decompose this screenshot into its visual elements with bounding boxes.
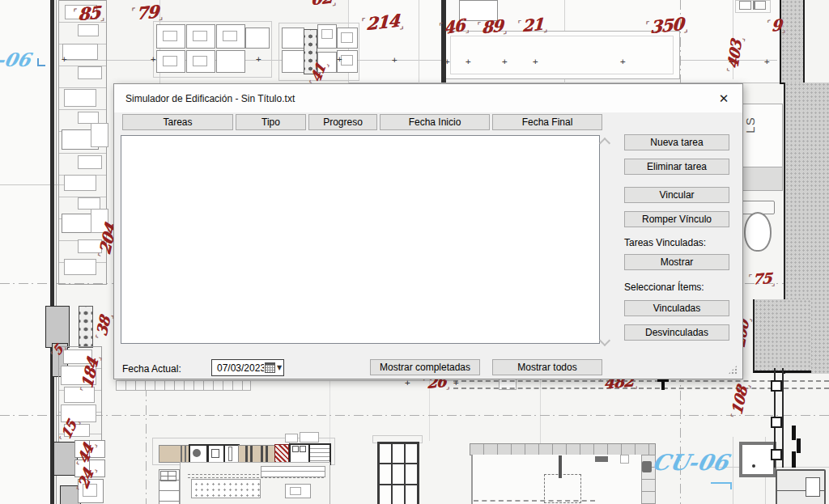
column-header-fecha-final[interactable]: Fecha Final [492,114,602,130]
new-task-button[interactable]: Nueva tarea [624,134,729,150]
link-button[interactable]: Vincular [624,187,729,203]
plan-text-label: CU-06 [650,451,730,473]
select-linked-button[interactable]: Vinculadas [624,300,729,316]
show-completed-button[interactable]: Mostrar completadas [370,359,480,375]
date-picker-icons[interactable]: ▼ [265,362,283,373]
unlink-button[interactable]: Romper Vínculo [624,211,729,227]
column-header-tipo[interactable]: Tipo [236,114,306,130]
scroll-down-icon[interactable] [599,335,610,346]
column-header-fecha-inicio[interactable]: Fecha Inicio [380,114,490,130]
show-all-button[interactable]: Mostrar todos [492,359,602,375]
select-items-label: Seleccionar Ítems: [624,282,704,293]
column-header-tareas[interactable]: Tareas [122,114,233,130]
dropdown-caret-icon[interactable]: ▼ [277,364,282,371]
show-linked-button[interactable]: Mostrar [624,254,729,270]
dialog-titlebar[interactable]: Simulador de Edificación - Sin Título.tx… [114,84,742,112]
delete-task-button[interactable]: Eliminar tarea [624,159,729,175]
linked-tasks-label: Tareas Vinculadas: [624,237,706,248]
column-header-progreso[interactable]: Progreso [308,114,377,130]
scroll-up-icon[interactable] [599,138,610,149]
simulator-dialog: Simulador de Edificación - Sin Título.tx… [113,83,743,379]
calendar-icon[interactable] [265,362,275,373]
current-date-label: Fecha Actual: [122,363,181,375]
task-list[interactable] [121,135,600,344]
select-unlinked-button[interactable]: Desvinculadas [624,324,729,341]
close-icon[interactable]: ✕ [715,90,733,108]
app-viewport: LS [0,0,829,504]
resize-grip[interactable] [728,365,738,375]
dialog-title: Simulador de Edificación - Sin Título.tx… [125,93,295,104]
plan-text-label: -06 [0,50,32,69]
